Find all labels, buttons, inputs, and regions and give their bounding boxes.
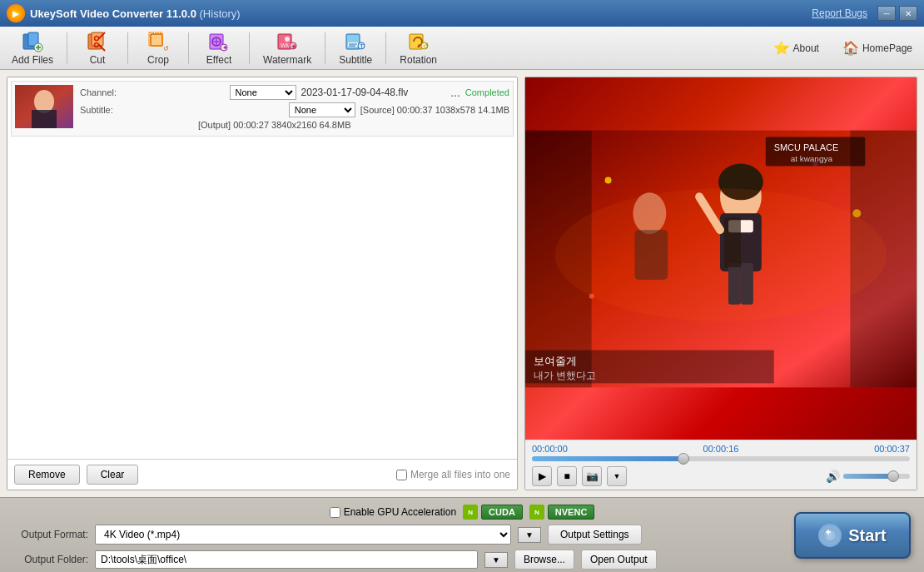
rotation-icon: ↺ bbox=[407, 31, 430, 52]
output-format-label: Output Format: bbox=[13, 529, 88, 540]
merge-checkbox[interactable] bbox=[396, 470, 407, 480]
preview-video: SMCU PALACE at kwangya 보여줄게 내가 변했다고 bbox=[525, 77, 917, 440]
effect-icon: ✦ bbox=[207, 31, 231, 52]
cut-button[interactable]: Cut bbox=[72, 29, 122, 67]
output-folder-row: Output Folder: ▼ Browse... Open Output bbox=[13, 550, 911, 570]
seek-progress bbox=[532, 456, 683, 461]
svg-text:내가 변했다고: 내가 변했다고 bbox=[534, 370, 596, 381]
file-list-area: Channel: None 2023-01-17-09-04-48.flv ..… bbox=[7, 77, 517, 459]
homepage-label: HomePage bbox=[862, 42, 912, 54]
merge-label: Merge all files into one bbox=[410, 469, 510, 480]
output-settings-button[interactable]: Output Settings bbox=[548, 525, 642, 545]
cuda-nvidia-icon: N bbox=[463, 505, 478, 520]
svg-point-56 bbox=[589, 293, 594, 298]
close-button[interactable]: ✕ bbox=[899, 6, 917, 21]
watermark-button[interactable]: WM ◈ Watermark bbox=[255, 29, 320, 67]
toolbar-right: ⭐ About 🏠 HomePage bbox=[765, 37, 921, 59]
cut-icon bbox=[86, 31, 109, 52]
about-icon: ⭐ bbox=[773, 40, 790, 56]
volume-icon: 🔊 bbox=[826, 470, 840, 483]
toolbar-separator-2 bbox=[127, 32, 128, 64]
nvenc-badge: NVENC bbox=[548, 505, 595, 520]
preview-panel: SMCU PALACE at kwangya 보여줄게 내가 변했다고 00:0… bbox=[524, 77, 917, 490]
seek-thumb[interactable] bbox=[678, 453, 689, 465]
control-row: ▶ ■ 📷 ▼ 🔊 bbox=[532, 466, 910, 486]
subtitle-button[interactable]: T Subtitle bbox=[330, 29, 380, 67]
report-bugs-link[interactable]: Report Bugs bbox=[812, 7, 867, 19]
remove-button[interactable]: Remove bbox=[14, 465, 80, 485]
history-label: (History) bbox=[200, 7, 241, 20]
crop-button[interactable]: ↺ Crop bbox=[133, 29, 183, 67]
time-mid: 00:00:16 bbox=[703, 444, 739, 454]
time-start: 00:00:00 bbox=[532, 444, 568, 454]
file-meta-row-1: Channel: None 2023-01-17-09-04-48.flv ..… bbox=[80, 85, 509, 100]
play-button[interactable]: ▶ bbox=[532, 466, 552, 486]
open-output-button[interactable]: Open Output bbox=[581, 550, 657, 570]
screenshot-dropdown[interactable]: ▼ bbox=[607, 466, 627, 486]
channel-select[interactable]: None bbox=[230, 85, 296, 100]
file-meta-row-3: [Output] 00:00:27 3840x2160 64.8MB bbox=[80, 120, 509, 130]
add-files-icon bbox=[21, 31, 44, 52]
subtitle-label: Subtitle bbox=[339, 54, 372, 66]
volume-fill bbox=[843, 474, 893, 479]
homepage-button[interactable]: 🏠 HomePage bbox=[834, 37, 921, 59]
title-bar: ▶ UkeySoft Video Converter 11.0.0 (Histo… bbox=[0, 0, 924, 27]
file-menu-dots[interactable]: ... bbox=[450, 86, 460, 99]
app-title: UkeySoft Video Converter 11.0.0 (History… bbox=[30, 7, 812, 20]
about-label: About bbox=[793, 42, 819, 54]
minimize-button[interactable]: ─ bbox=[877, 6, 896, 21]
volume-slider[interactable] bbox=[843, 474, 910, 479]
add-files-label: Add Files bbox=[12, 54, 53, 66]
bottom-bar: Enable GPU Acceleration N CUDA N NVENC O… bbox=[0, 497, 924, 572]
output-folder-label: Output Folder: bbox=[13, 554, 88, 565]
seek-bar[interactable] bbox=[532, 456, 910, 461]
output-info: [Output] 00:00:27 3840x2160 64.8MB bbox=[198, 120, 350, 130]
browse-button[interactable]: Browse... bbox=[514, 550, 574, 570]
about-button[interactable]: ⭐ About bbox=[765, 37, 827, 59]
svg-rect-38 bbox=[32, 110, 57, 128]
svg-text:SMCU PALACE: SMCU PALACE bbox=[774, 142, 839, 152]
file-metadata: Channel: None 2023-01-17-09-04-48.flv ..… bbox=[80, 85, 509, 132]
file-panel: Channel: None 2023-01-17-09-04-48.flv ..… bbox=[7, 77, 518, 490]
svg-rect-31 bbox=[410, 34, 423, 49]
gpu-label: Enable GPU Acceleration bbox=[344, 506, 456, 518]
start-button[interactable]: Start bbox=[794, 512, 911, 559]
folder-dropdown-button[interactable]: ▼ bbox=[484, 552, 508, 568]
svg-rect-11 bbox=[151, 34, 162, 46]
homepage-icon: 🏠 bbox=[842, 40, 859, 56]
gpu-checkbox[interactable] bbox=[330, 507, 340, 518]
format-dropdown-button[interactable]: ▼ bbox=[518, 527, 541, 543]
add-files-button[interactable]: Add Files bbox=[3, 29, 62, 67]
svg-text:T: T bbox=[360, 42, 364, 50]
merge-checkbox-container: Merge all files into one bbox=[396, 469, 510, 480]
cuda-badge: CUDA bbox=[481, 505, 523, 520]
source-info: [Source] 00:00:37 1038x578 14.1MB bbox=[360, 105, 509, 115]
toolbar-separator-4 bbox=[249, 32, 250, 64]
file-name: 2023-01-17-09-04-48.flv bbox=[301, 87, 446, 98]
svg-text:◈: ◈ bbox=[291, 42, 297, 50]
stop-button[interactable]: ■ bbox=[557, 466, 577, 486]
subtitle-label: Subtitle: bbox=[80, 105, 284, 115]
toolbar-separator-3 bbox=[188, 32, 189, 64]
gpu-acceleration-row: Enable GPU Acceleration N CUDA N NVENC bbox=[13, 505, 911, 520]
start-icon bbox=[818, 524, 842, 547]
effect-button[interactable]: ✦ Effect bbox=[194, 29, 244, 67]
start-label: Start bbox=[848, 526, 887, 545]
file-item: Channel: None 2023-01-17-09-04-48.flv ..… bbox=[11, 81, 514, 137]
cut-label: Cut bbox=[90, 54, 106, 66]
svg-point-55 bbox=[852, 209, 861, 217]
thumb-image bbox=[15, 85, 73, 128]
svg-text:at kwangya: at kwangya bbox=[791, 154, 833, 163]
output-folder-input[interactable] bbox=[95, 550, 478, 569]
rotation-button[interactable]: ↺ Rotation bbox=[391, 29, 445, 67]
rotation-label: Rotation bbox=[400, 54, 437, 66]
screenshot-button[interactable]: 📷 bbox=[582, 466, 602, 486]
time-end: 00:00:37 bbox=[874, 444, 910, 454]
output-format-select[interactable]: 4K Video (*.mp4) bbox=[95, 525, 511, 545]
clear-button[interactable]: Clear bbox=[87, 465, 139, 485]
subtitle-select[interactable]: None bbox=[289, 102, 355, 117]
svg-point-21 bbox=[285, 37, 290, 42]
file-status: Completed bbox=[465, 87, 509, 97]
channel-label: Channel: bbox=[80, 87, 225, 97]
volume-thumb[interactable] bbox=[887, 470, 899, 482]
